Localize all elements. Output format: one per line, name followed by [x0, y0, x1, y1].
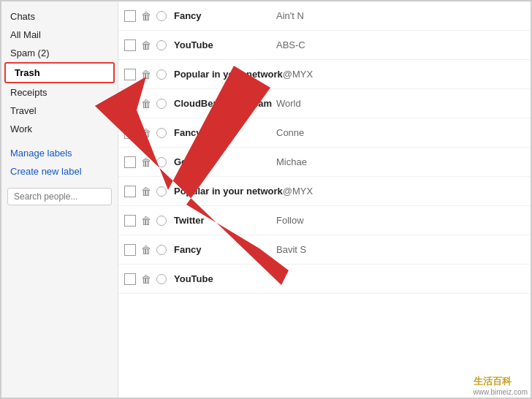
- unread-dot: [156, 40, 167, 50]
- email-row[interactable]: 🗑 Fancy Ain't N: [118, 1, 531, 31]
- email-sender: Fancy: [174, 10, 276, 21]
- unread-dot: [156, 69, 167, 80]
- email-snippet: Bavit S: [276, 244, 525, 255]
- sidebar-item-allmail[interactable]: All Mail: [1, 26, 118, 44]
- email-snippet: ABS-C: [276, 39, 525, 50]
- email-sender: Popular in your network: [174, 186, 283, 197]
- email-sender: CloudBerry Lab Team: [174, 98, 276, 109]
- email-checkbox[interactable]: [124, 39, 136, 51]
- email-checkbox[interactable]: [124, 10, 136, 22]
- email-snippet: Michae: [276, 156, 525, 167]
- sidebar-item-chats[interactable]: Chats: [1, 7, 118, 26]
- sidebar-item-travel[interactable]: Travel: [1, 102, 118, 120]
- sidebar-item-receipts[interactable]: Receipts: [1, 83, 118, 102]
- email-row[interactable]: 🗑 Fancy Conne: [118, 118, 531, 148]
- email-checkbox[interactable]: [124, 215, 136, 227]
- sidebar-item-spam[interactable]: Spam (2): [1, 44, 118, 62]
- unread-dot: [156, 186, 167, 197]
- email-checkbox[interactable]: [124, 156, 136, 168]
- unread-dot: [156, 216, 167, 226]
- trash-icon[interactable]: 🗑: [140, 68, 152, 81]
- sidebar-item-work[interactable]: Work: [1, 120, 118, 138]
- email-sender: Twitter: [174, 215, 276, 226]
- email-row[interactable]: 🗑 Twitter Follow: [118, 206, 531, 235]
- sidebar-item-trash[interactable]: Trash: [4, 62, 115, 83]
- email-row[interactable]: 🗑 Popular in your network @MYX: [118, 177, 531, 206]
- email-snippet: Conne: [276, 127, 525, 138]
- sidebar: Chats All Mail Spam (2) Trash Receipts T…: [1, 1, 118, 398]
- unread-dot: [156, 11, 167, 21]
- trash-icon[interactable]: 🗑: [140, 156, 152, 169]
- trash-icon[interactable]: 🗑: [140, 126, 152, 140]
- trash-icon[interactable]: 🗑: [140, 10, 152, 23]
- search-people-container: [7, 188, 112, 205]
- email-row[interactable]: 🗑 Fancy Bavit S: [118, 235, 531, 265]
- search-people-input[interactable]: [7, 188, 112, 205]
- email-snippet: Follow: [276, 215, 525, 226]
- trash-icon[interactable]: 🗑: [140, 185, 152, 198]
- email-snippet: Ain't N: [276, 10, 525, 21]
- sidebar-item-manage-labels[interactable]: Manage labels: [1, 144, 118, 162]
- email-checkbox[interactable]: [124, 98, 136, 110]
- email-row[interactable]: 🗑 YouTube: [118, 265, 531, 294]
- email-sender: YouTube: [174, 39, 276, 50]
- trash-icon[interactable]: 🗑: [140, 243, 152, 256]
- email-sender: Fancy: [174, 127, 276, 138]
- unread-dot: [156, 99, 167, 109]
- email-row[interactable]: 🗑 Google+ Michae: [118, 148, 531, 177]
- trash-icon[interactable]: 🗑: [140, 214, 152, 227]
- app-container: Chats All Mail Spam (2) Trash Receipts T…: [0, 0, 532, 399]
- email-checkbox[interactable]: [124, 244, 136, 256]
- email-sender: Fancy: [174, 244, 276, 255]
- unread-dot: [156, 157, 167, 167]
- email-snippet: @MYX: [283, 69, 525, 80]
- email-row[interactable]: 🗑 YouTube ABS-C: [118, 31, 531, 60]
- email-checkbox[interactable]: [124, 273, 136, 285]
- unread-dot: [156, 245, 167, 255]
- email-snippet: @MYX: [283, 186, 525, 197]
- email-snippet: World: [276, 98, 525, 109]
- email-checkbox[interactable]: [124, 69, 136, 80]
- email-list: 🗑 Fancy Ain't N 🗑 YouTube ABS-C 🗑 Popula…: [118, 1, 531, 398]
- email-row[interactable]: 🗑 CloudBerry Lab Team World: [118, 89, 531, 118]
- sidebar-item-create-label[interactable]: Create new label: [1, 162, 118, 180]
- unread-dot: [156, 274, 167, 284]
- email-checkbox[interactable]: [124, 186, 136, 197]
- email-sender: Google+: [174, 156, 276, 167]
- trash-icon[interactable]: 🗑: [140, 97, 152, 110]
- email-sender: Popular in your network: [174, 69, 283, 80]
- trash-icon[interactable]: 🗑: [140, 39, 152, 52]
- trash-icon[interactable]: 🗑: [140, 273, 152, 286]
- email-checkbox[interactable]: [124, 127, 136, 139]
- unread-dot: [156, 128, 167, 138]
- email-row[interactable]: 🗑 Popular in your network @MYX: [118, 60, 531, 89]
- email-sender: YouTube: [174, 273, 276, 284]
